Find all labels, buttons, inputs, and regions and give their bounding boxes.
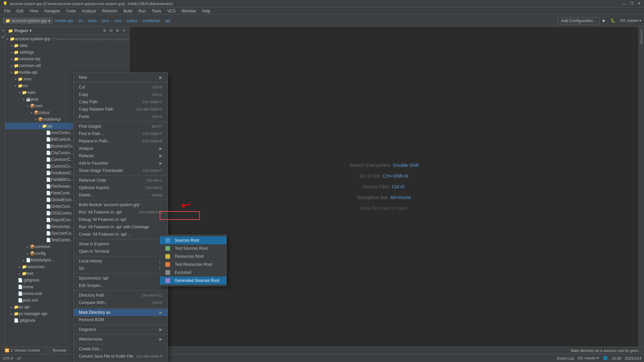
- tree-item-icon: 📄: [46, 177, 51, 182]
- menu-item-window[interactable]: Window: [179, 8, 199, 14]
- tree-item[interactable]: ▾📁account-system-grpD:\work\account-syst…: [5, 36, 129, 42]
- menu-item-edit[interactable]: Edit: [14, 8, 26, 14]
- breadcrumb-api[interactable]: api: [165, 18, 170, 23]
- context-menu-item[interactable]: Build Module 'account-system-grp': [73, 201, 168, 208]
- breadcrumb-zubus[interactable]: zubus: [127, 18, 138, 23]
- mark-submenu-item[interactable]: Excluded: [160, 268, 226, 277]
- context-menu-item[interactable]: Optimize ImportsCtrl+Alt+O: [73, 184, 168, 191]
- minimize-button[interactable]: —: [622, 1, 627, 6]
- mark-submenu-item[interactable]: Resources Root: [160, 252, 226, 260]
- context-menu-item[interactable]: Git▶: [73, 265, 168, 272]
- context-menu-item[interactable]: CutCtrl+X: [73, 83, 168, 91]
- version-control-tab[interactable]: 🔀 2: Version Control: [3, 348, 42, 353]
- restore-button[interactable]: ❐: [629, 1, 634, 6]
- collapse-all-button[interactable]: ⊟: [108, 28, 113, 33]
- context-menu-item[interactable]: Refactor▶: [73, 152, 168, 160]
- menu-item-tools[interactable]: Tools: [149, 8, 164, 14]
- tree-item-icon: 📄: [17, 298, 23, 303]
- tree-item[interactable]: ▾📁common-util: [5, 62, 129, 69]
- encoding-status[interactable]: UTF-8: [3, 356, 13, 360]
- breadcrumb-java[interactable]: java: [102, 18, 109, 23]
- close-button[interactable]: ✕: [637, 1, 641, 6]
- sidebar-icon-favorites[interactable]: ★: [0, 34, 5, 40]
- tree-item[interactable]: ▾📁.idea: [5, 42, 129, 49]
- editor-area: Search Everywhere Double Shift Go to Fil…: [129, 27, 639, 347]
- breadcrumb-mobile-api[interactable]: mobile-api: [54, 18, 73, 23]
- breadcrumb-src[interactable]: src: [78, 18, 83, 23]
- mark-submenu-item[interactable]: Test Resources Root: [160, 260, 226, 268]
- context-menu-item[interactable]: Find in Path...Ctrl+Shift+F: [73, 130, 168, 137]
- menu-item-view[interactable]: View: [27, 8, 41, 14]
- context-menu-item[interactable]: Synchronize 'api': [73, 275, 168, 282]
- context-menu-item[interactable]: Remove BOM: [73, 316, 168, 323]
- terminal-tab[interactable]: ⬛ Terminal: [45, 348, 68, 353]
- context-menu-item[interactable]: Diagrams▶: [73, 326, 168, 333]
- menu-item-file[interactable]: File: [1, 8, 13, 14]
- mark-type-icon: [165, 254, 170, 259]
- mark-submenu-item[interactable]: Generated Sources Root: [160, 277, 226, 285]
- menu-item-code[interactable]: Code: [63, 8, 78, 14]
- git-branch[interactable]: Git: master ▾: [620, 18, 641, 23]
- menu-item-navigate[interactable]: Navigate: [42, 8, 63, 14]
- context-menu-item[interactable]: Compare With...Ctrl+D: [73, 299, 168, 306]
- breadcrumb-com[interactable]: com: [114, 18, 122, 23]
- context-menu-item[interactable]: Convert Java File to Kotlin FileCtrl+Alt…: [73, 353, 168, 360]
- tree-item[interactable]: ▾📁.settings: [5, 49, 129, 56]
- tree-item-icon: 📁: [21, 264, 27, 269]
- mark-submenu-item[interactable]: Test Sources Root: [160, 244, 226, 252]
- tree-item-label: zubus: [39, 110, 50, 115]
- context-menu-item[interactable]: Create 'All Features in: api'...: [73, 231, 168, 238]
- context-menu-item[interactable]: Mark Directory as▶: [73, 309, 168, 316]
- context-menu-item[interactable]: Debug 'All Features in: api': [73, 216, 168, 223]
- context-menu-item[interactable]: WebServices▶: [73, 336, 168, 343]
- menu-item-build[interactable]: Build: [121, 8, 135, 14]
- menu-item-vcs[interactable]: VCS: [165, 8, 178, 14]
- event-log-status[interactable]: Event Log: [557, 356, 574, 360]
- sidebar-icon-project[interactable]: P: [0, 28, 5, 33]
- tree-item-icon: 📄: [17, 285, 23, 289]
- context-menu-item[interactable]: Local History▶: [73, 257, 168, 265]
- context-menu-item[interactable]: Add to Favorites▶: [73, 160, 168, 167]
- context-menu-item[interactable]: Show in Explorer: [73, 240, 168, 248]
- project-selector[interactable]: 📁 account-system-grp ▾: [3, 17, 53, 24]
- context-menu-item[interactable]: Directory PathCtrl+Alt+F12: [73, 292, 168, 299]
- menu-item-run[interactable]: Run: [136, 8, 149, 14]
- structure-panel-label[interactable]: Structure: [639, 27, 644, 47]
- context-menu-item[interactable]: Edit Scopes...: [73, 282, 168, 289]
- tree-item[interactable]: ▾📁common-biz: [5, 56, 129, 62]
- context-menu-item-label: Refactor: [79, 154, 157, 158]
- context-menu-item[interactable]: Analyze▶: [73, 145, 168, 152]
- sync-scrolling-button[interactable]: ⇅: [102, 28, 107, 33]
- mark-type-label: Test Resources Root: [175, 262, 212, 267]
- menu-item-analyze[interactable]: Analyze: [79, 8, 99, 14]
- run-button[interactable]: ▶: [601, 17, 607, 24]
- breadcrumb-main[interactable]: main: [88, 18, 97, 23]
- mark-submenu-item[interactable]: Sources Root: [160, 236, 226, 244]
- settings-button[interactable]: ⚙: [115, 28, 120, 33]
- context-menu-item[interactable]: Run 'All Features in: api' with Coverage: [73, 223, 168, 231]
- add-configuration-button[interactable]: Add Configuration...: [558, 17, 599, 24]
- context-menu-item[interactable]: Delete...Delete: [73, 191, 168, 199]
- menu-item-refactor[interactable]: Refactor: [100, 8, 120, 14]
- tree-arrow-icon: ▾: [17, 91, 21, 95]
- line-separator-status[interactable]: LF: [17, 356, 21, 360]
- context-menu-item[interactable]: Create Gist...: [73, 345, 168, 353]
- context-menu-item[interactable]: Copy PathCtrl+Shift+C: [73, 98, 168, 106]
- context-menu-item[interactable]: Reformat CodeCtrl+Alt+L: [73, 177, 168, 184]
- tree-item-icon: 📄: [46, 137, 51, 142]
- context-menu-item[interactable]: Copy Relative PathCtrl+Alt+Shift+C: [73, 106, 168, 113]
- context-menu-item[interactable]: PasteCtrl+V: [73, 113, 168, 120]
- context-menu-item[interactable]: Open in Terminal: [73, 248, 168, 255]
- context-menu-item[interactable]: CopyCtrl+C: [73, 91, 168, 98]
- context-menu-item[interactable]: New▶: [73, 74, 168, 81]
- git-status[interactable]: Git: master ▾: [578, 356, 599, 360]
- breadcrumb-mobileApi[interactable]: mobileApi: [143, 18, 160, 23]
- context-menu-item[interactable]: Replace in Path...Ctrl+Shift+R: [73, 137, 168, 145]
- tree-item-label: OrderCont...: [51, 204, 73, 209]
- context-menu-item[interactable]: Show Image ThumbnailsCtrl+Shift+T: [73, 167, 168, 174]
- context-menu-item[interactable]: Find UsagesAlt+F7: [73, 123, 168, 130]
- menu-item-help[interactable]: Help: [199, 8, 213, 14]
- close-panel-button[interactable]: ✕: [121, 28, 126, 33]
- context-menu-item[interactable]: Run 'All Features in: api'Ctrl+Shift+F10: [73, 208, 168, 216]
- debug-button[interactable]: 🐛: [609, 17, 618, 24]
